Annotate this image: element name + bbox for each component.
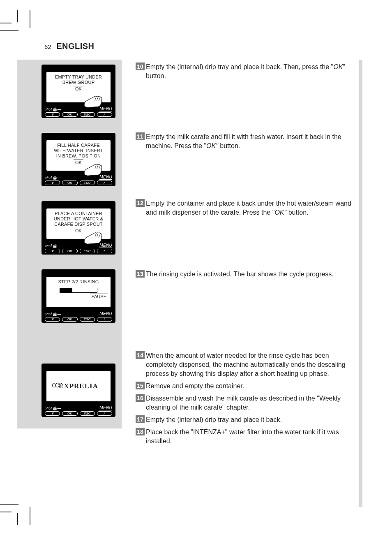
hand-pointer-icon xyxy=(83,94,103,108)
crop-mark xyxy=(17,513,18,525)
ok-button: OK xyxy=(62,411,77,416)
screens-sidebar: EMPTY TRAY UNDERBREW GROUPOK○°○/ ☕—MENU∨… xyxy=(17,60,122,428)
lcd-text-line: UNDER HOT WATER & xyxy=(54,216,104,222)
esc-button: ESC xyxy=(80,181,95,185)
down-button: ∨ xyxy=(45,249,60,253)
instruction-step: 14When the amount of water needed for th… xyxy=(136,351,355,378)
down-button: ∨ xyxy=(45,411,60,416)
screen-slot: PLACE A CONTAINERUNDER HOT WATER &CARAFE… xyxy=(42,201,116,258)
lcd-screen: FILL HALF CARAFEWITH WATER. INSERTIN BRE… xyxy=(42,133,115,186)
lcd-footer: ○°○/ ☕—MENU∨OKESC∧ xyxy=(42,107,115,118)
lcd-screen: STEP 2/2 RINSINGPAUSE○°○/ ☕—MENU∨OKESC∧ xyxy=(42,269,115,323)
step-spacer xyxy=(136,154,355,199)
up-button: ∧ xyxy=(97,112,112,117)
hand-pointer-icon xyxy=(83,231,103,245)
lcd-screen: EMPTY TRAY UNDERBREW GROUPOK○°○/ ☕—MENU∨… xyxy=(42,65,115,118)
lcd-screen: PLACE A CONTAINERUNDER HOT WATER &CARAFE… xyxy=(42,201,115,255)
lcd-pause-label: PAUSE xyxy=(90,294,108,299)
page-number: 62 xyxy=(44,43,51,50)
step-number-badge: 17 xyxy=(136,415,145,423)
screen-slot: STEP 2/2 RINSINGPAUSE○°○/ ☕—MENU∨OKESC∧ xyxy=(42,269,116,329)
step-text: Empty the container and place it back un… xyxy=(146,199,355,217)
instruction-step: 13The rinsing cycle is activated. The ba… xyxy=(136,270,355,279)
crop-mark xyxy=(0,512,12,512)
manual-page: 62 ENGLISH EMPTY TRAY UNDERBREW GROUPOK○… xyxy=(0,0,392,535)
esc-button: ESC xyxy=(80,249,95,253)
step-text: When the amount of water needed for the … xyxy=(146,351,355,378)
lcd-screen: EXPRELIA○°○/ ☕—MENU∨OKESC∧ xyxy=(42,364,115,417)
lcd-footer: ○°○/ ☕—MENU∨OKESC∧ xyxy=(42,406,115,417)
instruction-column: 10Empty the (internal) drip tray and pla… xyxy=(136,63,355,449)
step-spacer xyxy=(136,282,355,351)
menu-label: MENU xyxy=(99,107,112,111)
up-button: ∧ xyxy=(97,181,112,185)
up-button: ∧ xyxy=(97,317,112,322)
instruction-step: 18Place back the "INTENZA+" water filter… xyxy=(136,428,355,446)
down-button: ∨ xyxy=(45,181,60,185)
instruction-step: 11Empty the milk carafe and fill it with… xyxy=(136,132,355,151)
step-number-badge: 18 xyxy=(136,428,145,435)
exprelia-logo: EXPRELIA xyxy=(59,382,98,390)
lcd-text-line: PLACE A CONTAINER xyxy=(55,211,102,216)
lcd-confirm-label: OK xyxy=(74,160,83,165)
step-text: Place back the "INTENZA+" water filter i… xyxy=(146,428,355,446)
lcd-text-line: EMPTY TRAY UNDER xyxy=(55,74,102,80)
step-number-badge: 12 xyxy=(136,199,145,207)
screen-slot: EXPRELIA○°○/ ☕—MENU∨OKESC∧ xyxy=(42,364,116,420)
down-button: ∨ xyxy=(45,317,60,322)
lcd-footer: ○°○/ ☕—MENU∨OKESC∧ xyxy=(42,244,115,255)
lcd-text-line: WITH WATER. INSERT xyxy=(54,148,103,153)
down-button: ∨ xyxy=(45,112,60,117)
step-number-badge: 14 xyxy=(136,351,145,359)
lcd-footer: ○°○/ ☕—MENU∨OKESC∧ xyxy=(42,312,115,323)
crop-mark xyxy=(0,504,18,505)
lcd-inner: STEP 2/2 RINSINGPAUSE xyxy=(46,277,111,307)
step-text: The rinsing cycle is activated. The bar … xyxy=(146,270,334,279)
up-button: ∧ xyxy=(97,411,112,416)
ok-button: OK xyxy=(62,317,77,322)
step-number-badge: 16 xyxy=(136,394,145,402)
crop-mark xyxy=(30,10,30,28)
lcd-text-line: BREW GROUP xyxy=(62,80,95,85)
instruction-step: 10Empty the (internal) drip tray and pla… xyxy=(136,63,355,81)
crop-mark xyxy=(17,10,18,22)
intensity-icon: ○°○/ ☕— xyxy=(45,176,61,180)
lcd-confirm-label: OK xyxy=(74,228,83,233)
menu-label: MENU xyxy=(99,175,112,180)
intensity-icon: ○°○/ ☕— xyxy=(45,406,61,410)
crop-mark xyxy=(30,507,30,525)
menu-label: MENU xyxy=(99,311,112,316)
screen-slot: FILL HALF CARAFEWITH WATER. INSERTIN BRE… xyxy=(42,133,116,190)
esc-button: ESC xyxy=(80,411,95,416)
lcd-text-line: FILL HALF CARAFE xyxy=(57,143,100,148)
step-text: Empty the (internal) drip tray and place… xyxy=(146,63,355,81)
intensity-icon: ○°○/ ☕— xyxy=(45,107,61,111)
lcd-text-line: STEP 2/2 RINSING xyxy=(58,279,99,285)
up-button: ∧ xyxy=(97,249,112,253)
ok-button: OK xyxy=(62,249,77,253)
screen-slot: EMPTY TRAY UNDERBREW GROUPOK○°○/ ☕—MENU∨… xyxy=(42,65,116,121)
instruction-step: 15Remove and empty the container. xyxy=(136,382,355,391)
step-number-badge: 13 xyxy=(136,270,145,278)
menu-label: MENU xyxy=(99,405,112,410)
lcd-confirm-label: OK xyxy=(74,86,83,91)
lcd-text-line: CARAFE DISP SPOUT xyxy=(54,222,103,227)
ok-button: OK xyxy=(62,112,77,117)
page-edge-shadow xyxy=(359,60,362,507)
step-spacer xyxy=(136,220,355,270)
esc-button: ESC xyxy=(80,112,95,117)
step-text: Remove and empty the container. xyxy=(146,382,244,391)
intensity-icon: ○°○/ ☕— xyxy=(45,312,61,316)
step-text: Disassemble and wash the milk carafe as … xyxy=(146,394,355,412)
step-text: Empty the (internal) drip tray and place… xyxy=(146,415,282,424)
instruction-step: 16Disassemble and wash the milk carafe a… xyxy=(136,394,355,412)
progress-bar xyxy=(60,288,97,293)
step-text: Empty the milk carafe and fill it with f… xyxy=(146,132,355,151)
step-number-badge: 11 xyxy=(136,132,145,140)
instruction-step: 17Empty the (internal) drip tray and pla… xyxy=(136,415,355,424)
instruction-step: 12Empty the container and place it back … xyxy=(136,199,355,217)
esc-button: ESC xyxy=(80,317,95,322)
page-header: 62 ENGLISH xyxy=(44,42,95,51)
menu-label: MENU xyxy=(99,243,112,248)
language-heading: ENGLISH xyxy=(56,42,94,51)
